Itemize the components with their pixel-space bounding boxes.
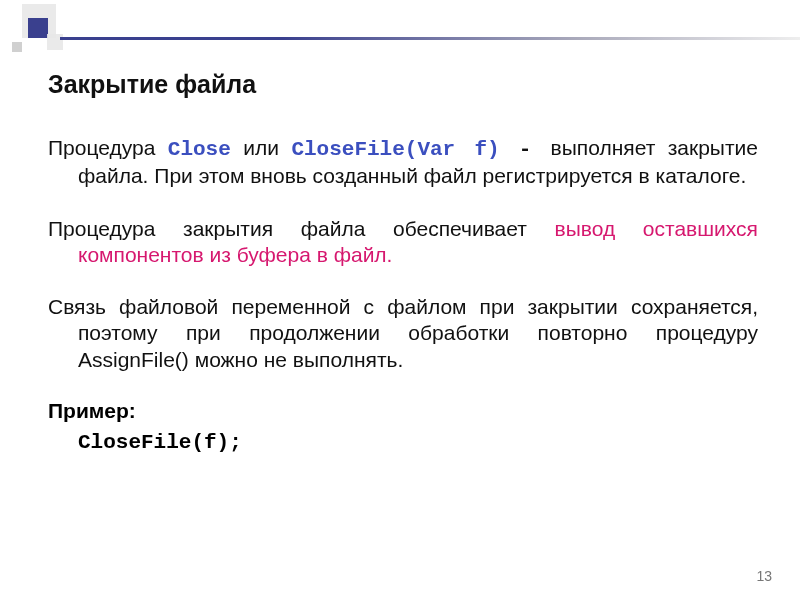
text-lead: Процедура: [48, 136, 168, 159]
code-closefile-var: CloseFile(Var f): [291, 138, 499, 161]
header-rule: [60, 37, 800, 40]
code-close: Close: [168, 138, 231, 161]
page-number: 13: [756, 568, 772, 584]
text-lead-2: Процедура закрытия файла обеспечивает: [48, 217, 555, 240]
slide-heading: Закрытие файла: [48, 70, 758, 99]
example-code: CloseFile(f);: [48, 431, 758, 454]
text-dash: -: [500, 138, 551, 161]
text-or: или: [231, 136, 292, 159]
paragraph-assignfile-note: Связь файловой переменной с файлом при з…: [48, 294, 758, 373]
decor-square-dark: [28, 18, 48, 38]
decor-square-faint: [12, 42, 22, 52]
paragraph-procedure-description: Процедура Close или CloseFile(Var f) - в…: [48, 135, 758, 190]
paragraph-buffer-flush: Процедура закрытия файла обеспечивает вы…: [48, 216, 758, 269]
slide: Закрытие файла Процедура Close или Close…: [0, 0, 800, 600]
content-area: Закрытие файла Процедура Close или Close…: [48, 70, 758, 454]
example-label: Пример:: [48, 399, 758, 423]
